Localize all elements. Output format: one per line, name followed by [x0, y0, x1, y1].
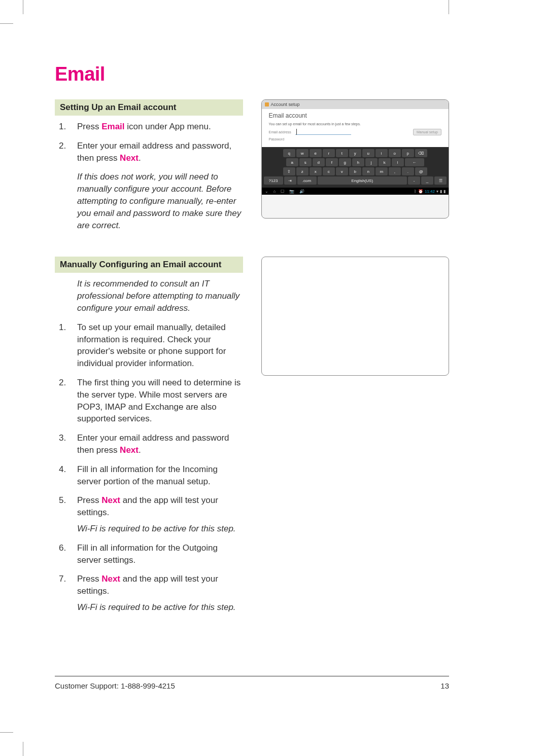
key-comma[interactable]: ,	[389, 167, 401, 175]
steps-list-2: To set up your email manually, detailed …	[55, 321, 243, 614]
mstep-1: To set up your email manually, detailed …	[55, 321, 243, 370]
email-input[interactable]	[295, 130, 351, 135]
step-text: Press	[77, 574, 101, 584]
key-y[interactable]: y	[349, 149, 361, 157]
key-w[interactable]: w	[296, 149, 309, 157]
page-number: 13	[440, 681, 449, 690]
key-j[interactable]: j	[365, 158, 378, 166]
key-f[interactable]: f	[326, 158, 338, 166]
mstep-2: The first thing you will need to determi…	[55, 377, 243, 425]
step-text: .	[139, 445, 141, 455]
screenshot-heading: Email account	[269, 112, 442, 119]
nav-recent-icon[interactable]: ☐	[281, 189, 284, 194]
key-dash[interactable]: -	[408, 176, 420, 185]
key-period[interactable]: .	[402, 167, 414, 175]
key-d[interactable]: d	[313, 158, 325, 166]
key-c[interactable]: c	[323, 167, 335, 175]
status-wifi-icon: ▾	[436, 189, 438, 194]
status-battery-icon: ▮	[443, 189, 446, 194]
key-space[interactable]: English(US)	[318, 176, 407, 185]
nav-back-icon[interactable]: ⌄	[265, 189, 268, 194]
key-s[interactable]: s	[299, 158, 312, 166]
step-text: Fill in all information for the Outgoing…	[77, 543, 218, 565]
key-n[interactable]: n	[362, 167, 374, 175]
step-text: .	[139, 153, 141, 163]
bold-term: Next	[101, 574, 120, 584]
key-symbols[interactable]: ?123	[264, 176, 283, 185]
step-1: Press Email icon under App menu.	[55, 121, 243, 133]
page-footer: Customer Support: 1-888-999-4215 13	[55, 676, 449, 690]
key-h[interactable]: h	[352, 158, 364, 166]
key-b[interactable]: b	[349, 167, 361, 175]
footer-support: Customer Support: 1-888-999-4215	[55, 681, 175, 690]
bold-term: Email	[101, 122, 124, 131]
key-v[interactable]: v	[336, 167, 348, 175]
window-title: Account setup	[271, 102, 300, 107]
step-text: The first thing you will need to determi…	[77, 378, 241, 423]
key-l[interactable]: l	[392, 158, 404, 166]
status-bt-icon: ᛒ	[414, 189, 417, 194]
screenshot-topbar: Account setup	[262, 100, 449, 109]
section-manual-config: Manually Configuring an Email account It…	[55, 257, 449, 620]
wifi-note: Wi-Fi is required to be active for this …	[77, 601, 243, 614]
key-o[interactable]: o	[389, 149, 401, 157]
key-tab[interactable]: ⇥	[284, 176, 296, 185]
key-at[interactable]: @	[415, 167, 427, 175]
key-a[interactable]: a	[286, 158, 298, 166]
status-signal-icon: ▮	[440, 189, 442, 194]
screenshot-placeholder	[261, 257, 450, 376]
step-text: Enter your email address and password, t…	[77, 141, 231, 163]
screenshot-email-setup: Account setup Email account You can set …	[261, 99, 450, 219]
key-e[interactable]: e	[310, 149, 322, 157]
bold-term: Next	[120, 445, 139, 455]
key-backspace[interactable]: ⌫	[415, 149, 427, 157]
key-enter[interactable]: ←	[405, 158, 424, 166]
section-heading-setup: Setting Up an Email account	[55, 99, 243, 116]
step-text: icon under App menu.	[125, 122, 211, 131]
key-t[interactable]: t	[336, 149, 348, 157]
step-2: Enter your email address and password, t…	[55, 140, 243, 164]
key-m[interactable]: m	[375, 167, 388, 175]
key-k[interactable]: k	[379, 158, 391, 166]
bold-term: Next	[120, 153, 139, 163]
nav-volume-icon[interactable]: 🔊	[299, 189, 304, 194]
steps-list-1: Press Email icon under App menu. Enter y…	[55, 121, 243, 164]
section-heading-manual: Manually Configuring an Email account	[55, 257, 243, 273]
status-clock: 11:42	[425, 189, 435, 194]
nav-home-icon[interactable]: ⌂	[273, 189, 276, 194]
step-text: To set up your email manually, detailed …	[77, 322, 226, 368]
step-text: Enter your email address and password th…	[77, 433, 229, 455]
nav-screenshot-icon[interactable]: 📷	[289, 189, 294, 194]
key-q[interactable]: q	[283, 149, 295, 157]
step-text: Press	[77, 495, 101, 505]
mstep-5: Press Next and the app will test your se…	[55, 494, 243, 534]
intro-note: It is recommended to consult an IT profe…	[77, 278, 243, 314]
mstep-3: Enter your email address and password th…	[55, 432, 243, 456]
field-label-password: Password	[269, 137, 292, 141]
key-shift[interactable]: ⇧	[283, 167, 295, 175]
mstep-4: Fill in all information for the Incoming…	[55, 463, 243, 488]
manual-setup-button[interactable]: Manual setup	[413, 129, 441, 135]
key-u[interactable]: u	[362, 149, 374, 157]
key-underscore[interactable]: _	[421, 176, 433, 185]
note-manual-config: If this does not work, you will need to …	[77, 171, 243, 231]
section-setting-up: Setting Up an Email account Press Email …	[55, 99, 449, 238]
screenshot-sub: You can set up email for most accounts i…	[269, 122, 442, 126]
mstep-6: Fill in all information for the Outgoing…	[55, 542, 243, 566]
key-g[interactable]: g	[339, 158, 351, 166]
android-navbar: ⌄ ⌂ ☐ 📷 🔊 ᛒ ⏰ 11:42 ▾ ▮ ▮	[262, 188, 449, 195]
key-z[interactable]: z	[296, 167, 309, 175]
onscreen-keyboard: q w e r t y u i o p ⌫ a s	[262, 147, 449, 188]
key-x[interactable]: x	[310, 167, 322, 175]
bold-term: Next	[101, 495, 120, 505]
wifi-note: Wi-Fi is required to be active for this …	[77, 523, 243, 535]
field-label-email: Email address	[269, 130, 292, 134]
key-i[interactable]: i	[375, 149, 388, 157]
key-menu[interactable]: ☰	[434, 176, 447, 185]
key-dotcom[interactable]: .com	[297, 176, 317, 185]
status-alarm-icon: ⏰	[418, 189, 423, 194]
key-p[interactable]: p	[402, 149, 414, 157]
app-icon	[265, 102, 269, 106]
page-title: Email	[55, 63, 449, 85]
key-r[interactable]: r	[323, 149, 335, 157]
